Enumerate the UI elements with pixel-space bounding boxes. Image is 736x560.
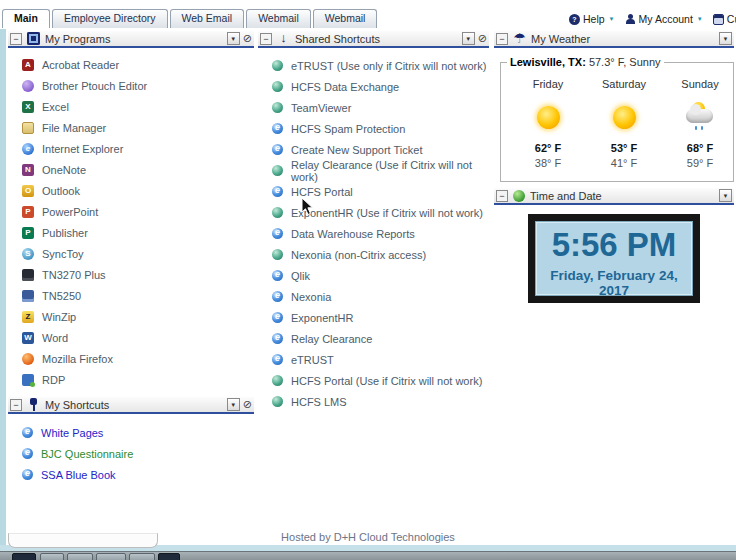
list-item-hcfs-spam-protection[interactable]: HCFS Spam Protection xyxy=(258,118,489,139)
list-item-teamviewer[interactable]: TeamViewer xyxy=(258,97,489,118)
taskbar-button[interactable] xyxy=(40,553,64,560)
item-label: Acrobat Reader xyxy=(42,59,119,71)
forecast-high: 68° F xyxy=(671,142,729,154)
list-item-create-new-support-ticket[interactable]: Create New Support Ticket xyxy=(258,139,489,160)
panel-menu-button[interactable]: ▼ xyxy=(719,189,732,202)
sun-cloud-rain-icon xyxy=(685,102,715,132)
taskbar-button[interactable] xyxy=(96,553,126,560)
list-item-relay-clearance-use-if-citrix-will-not-w[interactable]: Relay Clearance (Use if Citrix will not … xyxy=(258,160,489,181)
item-label: SyncToy xyxy=(42,248,84,260)
rdp-icon xyxy=(22,374,34,386)
item-label: Publisher xyxy=(42,227,88,239)
collapse-button[interactable]: − xyxy=(496,33,508,45)
item-label: WinZip xyxy=(42,311,76,323)
forecast-friday: Friday62° F38° F xyxy=(519,78,577,169)
time-and-date-header: − Time and Date ▼ xyxy=(494,188,734,205)
panel-close-button[interactable]: ⊘ xyxy=(243,399,252,410)
synctoy-icon xyxy=(22,248,34,260)
shared-shortcuts-header: − ↓ Shared Shortcuts ▼ ⊘ xyxy=(258,31,489,48)
list-item-etrust[interactable]: eTRUST xyxy=(258,349,489,370)
collapse-button[interactable]: − xyxy=(10,33,22,45)
list-item-hcfs-data-exchange[interactable]: HCFS Data Exchange xyxy=(258,76,489,97)
panel-menu-button[interactable]: ▼ xyxy=(462,32,475,45)
list-item-mozilla-firefox[interactable]: Mozilla Firefox xyxy=(8,348,254,369)
taskbar-button[interactable] xyxy=(129,553,155,560)
menu-my-account[interactable]: My Account▼ xyxy=(625,13,703,25)
list-item-winzip[interactable]: WinZip xyxy=(8,306,254,327)
list-item-nexonia[interactable]: Nexonia xyxy=(258,286,489,307)
panel-close-button[interactable]: ⊘ xyxy=(243,33,252,44)
menu-help[interactable]: ?Help▼ xyxy=(569,13,615,25)
collapse-button[interactable]: − xyxy=(260,33,272,45)
list-item-powerpoint[interactable]: PowerPoint xyxy=(8,201,254,222)
list-item-exponenthr[interactable]: ExponentHR xyxy=(258,307,489,328)
collapse-button[interactable]: − xyxy=(10,399,22,411)
list-item-file-manager[interactable]: File Manager xyxy=(8,117,254,138)
tab-web-email[interactable]: Web Email xyxy=(170,9,245,28)
list-item-outlook[interactable]: Outlook xyxy=(8,180,254,201)
forecast-day: Friday xyxy=(519,78,577,90)
pin-icon xyxy=(27,398,40,411)
list-item-exponenthr-use-if-citrix-will-not-work[interactable]: ExponentHR (Use if Citrix will not work) xyxy=(258,202,489,223)
list-item-tn5250[interactable]: TN5250 xyxy=(8,285,254,306)
panel-title: My Shortcuts xyxy=(45,399,227,411)
list-item-white-pages[interactable]: White Pages xyxy=(8,422,254,443)
list-item-publisher[interactable]: Publisher xyxy=(8,222,254,243)
word-icon xyxy=(22,332,34,344)
clock-time: 5:56 PM xyxy=(536,225,692,265)
list-item-bjc-questionnaire[interactable]: BJC Questionnaire xyxy=(8,443,254,464)
tab-main[interactable]: Main xyxy=(2,9,50,28)
tab-employee-directory[interactable]: Employee Directory xyxy=(52,9,168,28)
taskbar-button[interactable] xyxy=(158,553,180,560)
list-item-tn3270-plus[interactable]: TN3270 Plus xyxy=(8,264,254,285)
tab-webmail[interactable]: Webmail xyxy=(313,9,378,28)
menu-label: Help xyxy=(583,13,605,25)
item-label: eTRUST xyxy=(291,354,334,366)
panel-menu-button[interactable]: ▼ xyxy=(227,32,240,45)
panel-close-button[interactable]: ⊘ xyxy=(478,33,487,44)
item-label: HCFS Spam Protection xyxy=(291,123,405,135)
list-item-relay-clearance[interactable]: Relay Clearance xyxy=(258,328,489,349)
list-item-acrobat-reader[interactable]: Acrobat Reader xyxy=(8,54,254,75)
item-label: BJC Questionnaire xyxy=(41,448,133,460)
item-label: OneNote xyxy=(42,164,86,176)
panel-menu-button[interactable]: ▼ xyxy=(719,32,732,45)
list-item-ssa-blue-book[interactable]: SSA Blue Book xyxy=(8,464,254,485)
list-item-internet-explorer[interactable]: Internet Explorer xyxy=(8,138,254,159)
forecast-high: 53° F xyxy=(595,142,653,154)
menu-customize[interactable]: Customize xyxy=(713,13,736,25)
list-item-etrust-use-only-if-citrix-will-not-work[interactable]: eTRUST (Use only if Citrix will not work… xyxy=(258,55,489,76)
forecast-day: Sunday xyxy=(671,78,729,90)
list-item-synctoy[interactable]: SyncToy xyxy=(8,243,254,264)
globe-green-icon xyxy=(272,81,283,92)
globe-green-icon xyxy=(272,249,283,260)
list-item-hcfs-portal-use-if-citrix-will-not-work[interactable]: HCFS Portal (Use if Citrix will not work… xyxy=(258,370,489,391)
item-label: Data Warehouse Reports xyxy=(291,228,415,240)
item-label: Word xyxy=(42,332,68,344)
portal-page: { "tabs": [ { "label": "Main", "active":… xyxy=(0,0,736,560)
list-item-onenote[interactable]: OneNote xyxy=(8,159,254,180)
tab-webmail[interactable]: Webmail xyxy=(246,9,311,28)
taskbar-button[interactable] xyxy=(67,553,93,560)
list-item-word[interactable]: Word xyxy=(8,327,254,348)
ie-blue-icon xyxy=(272,291,283,302)
list-item-brother-ptouch-editor[interactable]: Brother Ptouch Editor xyxy=(8,75,254,96)
list-item-hcfs-lms[interactable]: HCFS LMS xyxy=(258,391,489,412)
list-item-data-warehouse-reports[interactable]: Data Warehouse Reports xyxy=(258,223,489,244)
mouse-cursor xyxy=(301,197,314,216)
firefox-icon xyxy=(22,353,34,365)
forecast-low: 38° F xyxy=(519,157,577,169)
list-item-hcfs-portal[interactable]: HCFS Portal xyxy=(258,181,489,202)
list-item-rdp[interactable]: RDP xyxy=(8,369,254,390)
ie-blue-icon xyxy=(22,448,33,459)
taskbar-button[interactable] xyxy=(12,553,36,560)
item-label: Relay Clearance xyxy=(291,333,372,345)
globe-green-icon xyxy=(272,396,283,407)
list-item-excel[interactable]: Excel xyxy=(8,96,254,117)
collapse-button[interactable]: − xyxy=(496,190,508,202)
help-icon: ? xyxy=(569,14,580,25)
list-item-nexonia-non-citrix-access[interactable]: Nexonia (non-Citrix access) xyxy=(258,244,489,265)
weather-location: Lewisville, TX: 57.3° F, Sunny xyxy=(507,56,664,68)
panel-menu-button[interactable]: ▼ xyxy=(227,398,240,411)
list-item-qlik[interactable]: Qlik xyxy=(258,265,489,286)
